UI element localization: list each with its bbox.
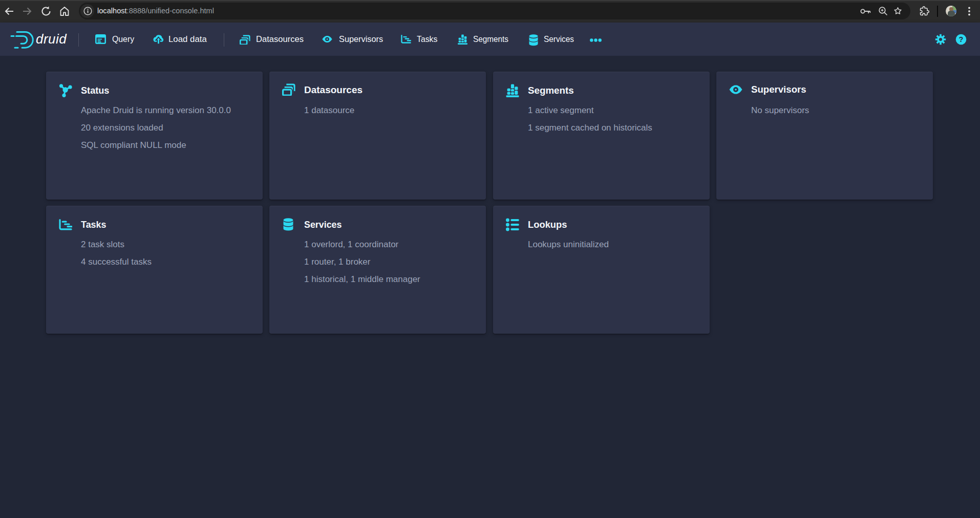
svg-text:?: ? <box>959 35 964 44</box>
